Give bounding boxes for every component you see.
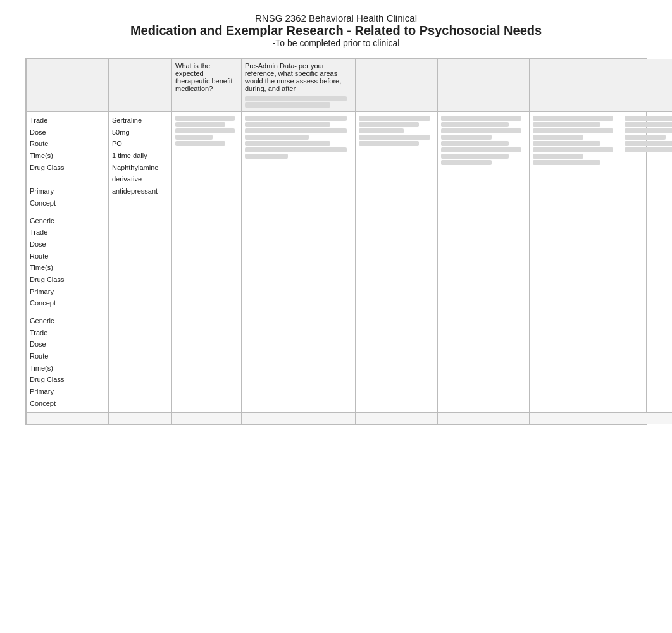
header-line3: -To be completed prior to clinical — [25, 38, 647, 48]
header-col4 — [356, 59, 438, 112]
row1-drug-values: Sertraline 50mg PO 1 time daily Naphthyl… — [109, 112, 172, 212]
row3-labels: Generic Trade Dose Route Time(s) Drug Cl… — [27, 312, 109, 413]
header-line2: Medication and Exemplar Research - Relat… — [25, 23, 647, 38]
row2-preadmin — [242, 212, 356, 312]
row3-preadmin — [242, 312, 356, 413]
table-row-3: Generic Trade Dose Route Time(s) Drug Cl… — [27, 312, 673, 413]
table-header-row: What is the expected therapeutic benefit… — [27, 59, 673, 112]
row1-teaching — [530, 112, 621, 212]
header-line1: RNSG 2362 Behavioral Health Clinical — [25, 13, 647, 23]
header-col3: Pre-Admin Data- per your reference, what… — [242, 59, 356, 112]
main-table-wrapper: What is the expected therapeutic benefit… — [25, 58, 647, 425]
row1-preadmin — [242, 112, 356, 212]
footer-col4 — [356, 412, 438, 424]
row2-nursing — [356, 212, 438, 312]
header-col2: What is the expected therapeutic benefit… — [172, 59, 242, 112]
footer-col3 — [242, 412, 356, 424]
row2-adverse — [438, 212, 530, 312]
header-col0 — [27, 59, 109, 112]
footer-col6 — [530, 412, 621, 424]
row1-psychosocial — [621, 112, 673, 212]
medication-table: What is the expected therapeutic benefit… — [26, 59, 672, 424]
page-header: RNSG 2362 Behavioral Health Clinical Med… — [25, 13, 647, 48]
header-col5 — [438, 59, 530, 112]
row2-labels: Generic Trade Dose Route Time(s) Drug Cl… — [27, 212, 109, 312]
header-benefit-label: What is the expected therapeutic benefit… — [175, 62, 233, 92]
row3-benefit — [172, 312, 242, 413]
row2-drug — [109, 212, 172, 312]
header-preadmin-label: Pre-Admin Data- per your reference, what… — [245, 62, 341, 92]
header-col7 — [621, 59, 673, 112]
header-col6 — [530, 59, 621, 112]
table-footer-row — [27, 412, 673, 424]
page: RNSG 2362 Behavioral Health Clinical Med… — [0, 0, 672, 633]
row1-nursing — [356, 112, 438, 212]
table-row-1: Trade Dose Route Time(s) Drug Class Prim… — [27, 112, 673, 212]
row3-adverse — [438, 312, 530, 413]
footer-col1 — [109, 412, 172, 424]
footer-col2 — [172, 412, 242, 424]
row3-drug — [109, 312, 172, 413]
row2-benefit — [172, 212, 242, 312]
row1-benefit — [172, 112, 242, 212]
row1-adverse — [438, 112, 530, 212]
row2-teaching — [530, 212, 621, 312]
row1-labels: Trade Dose Route Time(s) Drug Class Prim… — [27, 112, 109, 212]
table-row-2: Generic Trade Dose Route Time(s) Drug Cl… — [27, 212, 673, 312]
footer-col7 — [621, 412, 673, 424]
footer-col5 — [438, 412, 530, 424]
row2-psychosocial — [621, 212, 673, 312]
header-col1 — [109, 59, 172, 112]
row3-psychosocial — [621, 312, 673, 413]
row3-teaching — [530, 312, 621, 413]
footer-col0 — [27, 412, 109, 424]
row3-nursing — [356, 312, 438, 413]
